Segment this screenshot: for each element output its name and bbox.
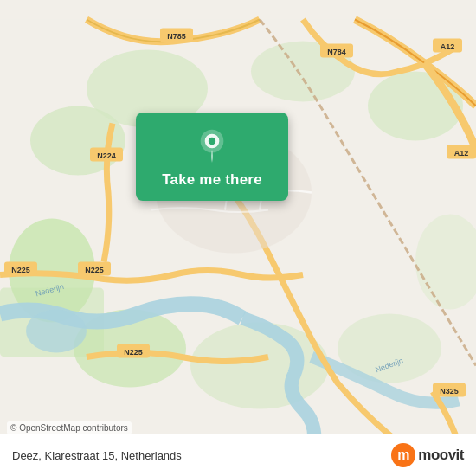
location-pin-icon — [195, 128, 229, 163]
svg-text:A12: A12 — [441, 42, 455, 51]
map-svg: N785 N784 A12 A12 N224 N225 N225 N225 N — [0, 0, 476, 476]
svg-text:N225: N225 — [85, 266, 104, 274]
svg-text:N325: N325 — [440, 387, 459, 396]
svg-text:A12: A12 — [454, 149, 469, 158]
map-background: N785 N784 A12 A12 N224 N225 N225 N225 N — [0, 0, 476, 476]
bottom-bar: Deez, Klarestraat 15, Netherlands m moov… — [0, 434, 476, 476]
moovit-icon: m — [391, 443, 415, 467]
svg-text:N224: N224 — [97, 151, 116, 160]
svg-point-35 — [209, 138, 215, 145]
osm-attribution: © OpenStreetMap contributors — [7, 421, 132, 434]
map-container: N785 N784 A12 A12 N224 N225 N225 N225 N — [0, 0, 476, 476]
moovit-logo: m moovit — [391, 443, 464, 467]
attribution-text: © OpenStreetMap contributors — [10, 423, 128, 433]
svg-text:N225: N225 — [124, 348, 143, 357]
take-me-there-button[interactable]: Take me there — [136, 113, 288, 201]
moovit-icon-letter: m — [397, 447, 409, 463]
svg-point-11 — [26, 310, 87, 353]
moovit-brand-text: moovit — [418, 447, 464, 464]
address-text: Deez, Klarestraat 15, Netherlands — [12, 449, 182, 462]
svg-text:N785: N785 — [167, 32, 186, 41]
svg-text:N784: N784 — [327, 48, 346, 56]
svg-text:N225: N225 — [11, 266, 30, 274]
popup-label: Take me there — [162, 171, 262, 189]
